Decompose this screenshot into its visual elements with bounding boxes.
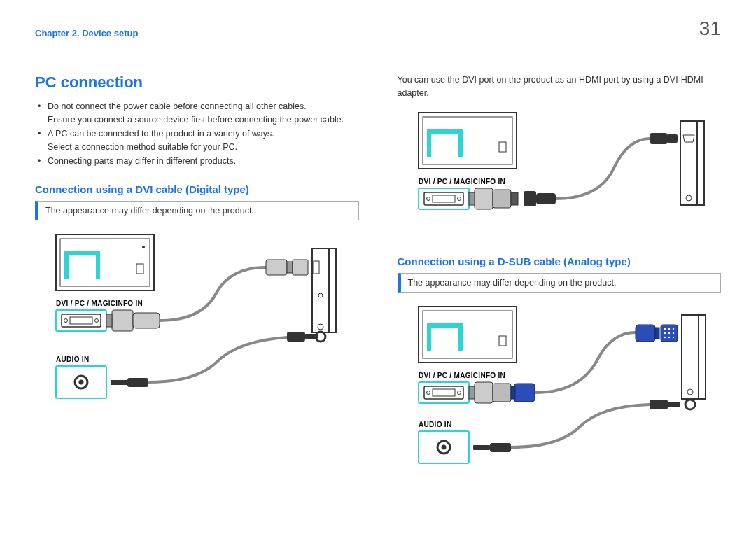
svg-point-68 (672, 332, 673, 333)
svg-point-3 (142, 246, 145, 248)
audio-port-label: AUDIO IN (56, 356, 89, 363)
svg-rect-23 (111, 380, 127, 385)
dvi-port-label: DVI / PC / MAGICINFO IN (56, 300, 143, 307)
intro-paragraph: You can use the DVI port on the product … (398, 73, 722, 100)
dvi-hdmi-adapter-diagram: DVI / PC / MAGICINFO IN (398, 107, 720, 240)
svg-rect-25 (287, 332, 305, 342)
audio-port-label: AUDIO IN (419, 421, 451, 428)
svg-rect-48 (423, 311, 512, 358)
left-column: PC connection Do not connect the power c… (35, 73, 359, 511)
svg-rect-58 (514, 384, 535, 402)
svg-point-82 (685, 400, 695, 409)
dvi-connection-diagram: DVI / PC / MAGICINFO IN AUDIO IN (35, 229, 357, 439)
svg-rect-10 (106, 314, 112, 327)
svg-rect-2 (136, 264, 144, 274)
svg-rect-61 (655, 328, 659, 339)
svg-rect-74 (699, 315, 706, 399)
note-box: The appearance may differ depending on t… (35, 201, 359, 220)
bullet-item: A PC can be connected to the product in … (38, 127, 359, 155)
svg-rect-55 (475, 382, 493, 403)
svg-rect-41 (536, 193, 556, 204)
svg-rect-12 (266, 260, 287, 275)
svg-rect-37 (469, 192, 475, 205)
subsection-title: Connection using a D-SUB cable (Analog t… (398, 255, 722, 267)
svg-point-66 (664, 332, 665, 333)
svg-point-22 (79, 379, 84, 384)
intro-bullets: Do not connect the power cable before co… (35, 100, 359, 168)
dvi-port-label: DVI / PC / MAGICINFO IN (419, 372, 505, 379)
note-box: The appearance may differ depending on t… (398, 273, 722, 293)
svg-point-64 (668, 328, 669, 329)
svg-rect-57 (493, 384, 511, 402)
svg-point-70 (668, 336, 669, 337)
right-column: You can use the DVI port on the product … (398, 73, 722, 511)
page-header: Chapter 2. Device setup 31 (35, 28, 721, 38)
svg-rect-60 (636, 325, 655, 342)
dvi-port-label: DVI / PC / MAGICINFO IN (419, 178, 505, 185)
svg-rect-78 (473, 445, 490, 450)
bullet-item: Connecting parts may differ in different… (38, 155, 359, 168)
bullet-item: Do not connect the power cable before co… (38, 100, 359, 127)
svg-point-77 (441, 444, 446, 449)
section-title: PC connection (35, 73, 359, 92)
page-number: 31 (699, 17, 721, 40)
svg-point-71 (672, 336, 673, 337)
svg-rect-49 (499, 336, 506, 346)
svg-rect-35 (433, 195, 455, 202)
content-columns: PC connection Do not connect the power c… (35, 73, 721, 511)
svg-rect-38 (493, 190, 511, 208)
svg-rect-72 (682, 315, 699, 399)
svg-point-67 (668, 332, 669, 333)
svg-rect-14 (293, 260, 308, 275)
chapter-label: Chapter 2. Device setup (35, 28, 138, 38)
svg-rect-30 (499, 142, 506, 152)
svg-rect-46 (697, 121, 704, 205)
svg-rect-81 (668, 402, 680, 407)
svg-rect-29 (423, 117, 512, 164)
svg-rect-44 (680, 121, 697, 205)
svg-rect-39 (511, 192, 518, 205)
svg-rect-42 (650, 133, 668, 144)
svg-point-65 (672, 328, 673, 329)
svg-rect-36 (475, 188, 493, 209)
svg-rect-79 (490, 443, 511, 452)
svg-rect-19 (329, 248, 336, 332)
svg-rect-24 (127, 378, 148, 387)
svg-point-63 (664, 328, 665, 329)
svg-rect-1 (60, 239, 150, 286)
svg-rect-43 (668, 134, 678, 143)
svg-rect-16 (314, 261, 319, 274)
svg-rect-54 (433, 389, 455, 396)
svg-rect-80 (650, 400, 668, 409)
svg-rect-11 (133, 313, 160, 328)
svg-rect-59 (511, 386, 515, 399)
svg-rect-13 (287, 262, 293, 273)
svg-rect-56 (469, 386, 475, 399)
subsection-title: Connection using a DVI cable (Digital ty… (35, 183, 359, 195)
svg-rect-9 (112, 310, 133, 331)
svg-rect-40 (524, 191, 536, 206)
svg-point-69 (664, 336, 665, 337)
svg-rect-8 (70, 317, 92, 324)
dsub-connection-diagram: DVI / PC / MAGICINFO IN (398, 301, 720, 511)
